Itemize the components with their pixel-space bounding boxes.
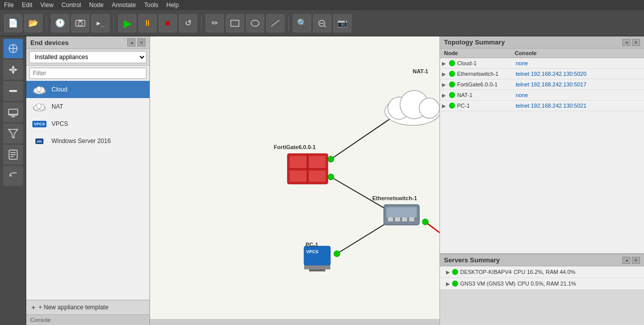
topology-table: Node Console ▶ Cloud-1 none ▶ [440,49,644,253]
device-item-winserver[interactable]: vm Windows Server 2016 [26,132,150,150]
right-panel: Topology Summary ◂ ✕ Node Console ▶ Clou… [439,36,644,325]
undo-tool[interactable] [3,166,23,186]
servers-undock-button[interactable]: ◂ [622,257,630,264]
vpcs-device-label: VPCS [52,120,68,127]
start-button[interactable]: ▶ [118,14,136,32]
console-button[interactable]: ▶_ [91,14,110,32]
topology-title: Topology Summary [444,38,505,46]
topo-console-nat1: none [514,90,644,100]
ellipse-button[interactable] [246,14,264,32]
canvas-horizontal-scrollbar[interactable] [150,319,439,325]
topology-table-header: Node Console [440,49,644,58]
toolbar-separator-4 [288,16,289,31]
pointer-tool[interactable] [3,38,23,59]
device-item-cloud[interactable]: Cloud [26,81,150,98]
topo-expand-ethernetswitch1[interactable]: ▶ [440,71,448,77]
server-row-gns3vm[interactable]: ▶ GNS3 VM (GNS3 VM) CPU 0.5%, RAM 21.1% [440,278,644,290]
nat-device-icon [31,101,47,112]
topo-node-cloud1: Cloud-1 [448,58,514,68]
topo-node-nat1-label: NAT-1 [457,92,472,98]
topo-expand-pc1[interactable]: ▶ [440,103,448,109]
topo-row-pc1[interactable]: ▶ PC-1 telnet 192.168.242.130:5021 [440,101,644,111]
zoom-in-button[interactable]: 🔍 [293,14,311,32]
menu-view[interactable]: View [40,2,54,9]
svg-line-5 [271,20,279,26]
panel-close-button[interactable]: ✕ [137,38,145,47]
snapshot-button[interactable]: 🕐 [51,14,69,32]
canvas-area[interactable]: VPCS NAT-1 FortiGate6.0.0-1 Ethernetswit… [150,36,439,325]
stop-button[interactable]: ■ [159,14,177,32]
topo-node-fortigate-label: FortiGate6.0.0-1 [457,81,498,87]
device-dropdown-row: Installed appliances All devices [26,49,150,66]
svg-point-37 [328,156,334,162]
device-panel-controls: ◂ ✕ [127,38,145,47]
device-panel-title: End devices [30,39,69,47]
svg-rect-3 [231,20,239,26]
zoom-out-button[interactable] [313,14,331,32]
menu-edit[interactable]: Edit [22,2,32,9]
note-tool[interactable] [3,145,23,165]
svg-point-40 [422,219,428,225]
menu-annotate[interactable]: Annotate [112,2,136,9]
menu-file[interactable]: File [4,2,14,9]
server-expand-gns3vm[interactable]: ▶ [444,281,452,287]
topo-row-cloud1[interactable]: ▶ Cloud-1 none [440,58,644,69]
menu-help[interactable]: Help [166,2,179,9]
panel-undock-button[interactable]: ◂ [127,38,135,47]
topo-expand-fortigate[interactable]: ▶ [440,82,448,87]
device-filter-input[interactable] [29,68,146,79]
status-dot-pc1 [449,103,455,109]
topo-expand-cloud1[interactable]: ▶ [440,61,448,66]
device-tool[interactable] [3,102,23,122]
svg-rect-51 [309,156,326,168]
server-expand-desktop[interactable]: ▶ [444,269,452,275]
topo-row-fortigate[interactable]: ▶ FortiGate6.0.0-1 telnet 192.168.242.13… [440,79,644,90]
device-category-dropdown[interactable]: Installed appliances All devices [29,51,146,63]
svg-rect-53 [309,170,326,182]
reload-button[interactable]: ↺ [179,14,197,32]
pause-button[interactable]: ⏸ [138,14,157,32]
svg-point-31 [36,104,41,109]
topology-close-button[interactable]: ✕ [632,39,640,46]
capture-button[interactable] [71,14,89,32]
server-row-desktop[interactable]: ▶ DESKTOP-KIBAPV4 CPU 16.2%, RAM 44.0% [440,266,644,278]
topo-row-nat1[interactable]: ▶ NAT-1 none [440,90,644,101]
menu-tools[interactable]: Tools [144,2,158,9]
topo-node-fortigate: FortiGate6.0.0-1 [448,79,514,89]
topo-row-ethernetswitch1[interactable]: ▶ Ethernetswitch-1 telnet 192.168.242.13… [440,69,644,79]
move-tool[interactable] [3,60,23,80]
edit-button[interactable]: ✏ [206,14,224,32]
ethernet-tool[interactable] [3,81,23,101]
servers-close-button[interactable]: ✕ [632,257,640,264]
status-dot-fortigate [449,81,455,87]
nat1-label: NAT-1 [413,68,428,74]
svg-line-34 [337,222,388,254]
new-appliance-button[interactable]: + + New appliance template [26,300,150,314]
svg-rect-58 [388,217,393,221]
rectangle-button[interactable] [226,14,244,32]
menu-node[interactable]: Node [89,2,104,9]
open-button[interactable]: 📂 [24,14,42,32]
device-item-nat[interactable]: NAT [26,98,150,115]
nat-device-label: NAT [52,103,63,110]
main-area: End devices ◂ ✕ Installed appliances All… [0,36,644,325]
menubar: File Edit View Control Node Annotate Too… [0,0,644,10]
topology-controls: ◂ ✕ [622,39,640,46]
topo-expand-nat1[interactable]: ▶ [440,92,448,98]
status-dot-nat1 [449,92,455,98]
svg-rect-52 [289,170,307,182]
line-button[interactable] [266,14,284,32]
svg-point-27 [36,86,41,91]
screenshot-button[interactable]: 📷 [333,14,352,32]
svg-rect-65 [309,269,325,271]
device-list: Cloud NAT VPCS VPCS [26,81,150,300]
new-project-button[interactable]: 📄 [4,14,22,32]
topo-node-pc1: PC-1 [448,101,514,111]
device-item-vpcs[interactable]: VPCS VPCS [26,115,150,132]
svg-line-32 [331,114,398,159]
servers-header: Servers Summary ◂ ✕ [440,254,644,266]
filter-tool[interactable] [3,123,23,144]
topology-undock-button[interactable]: ◂ [622,39,630,46]
server-gns3vm-label: GNS3 VM (GNS3 VM) [460,281,515,287]
menu-control[interactable]: Control [62,2,81,9]
